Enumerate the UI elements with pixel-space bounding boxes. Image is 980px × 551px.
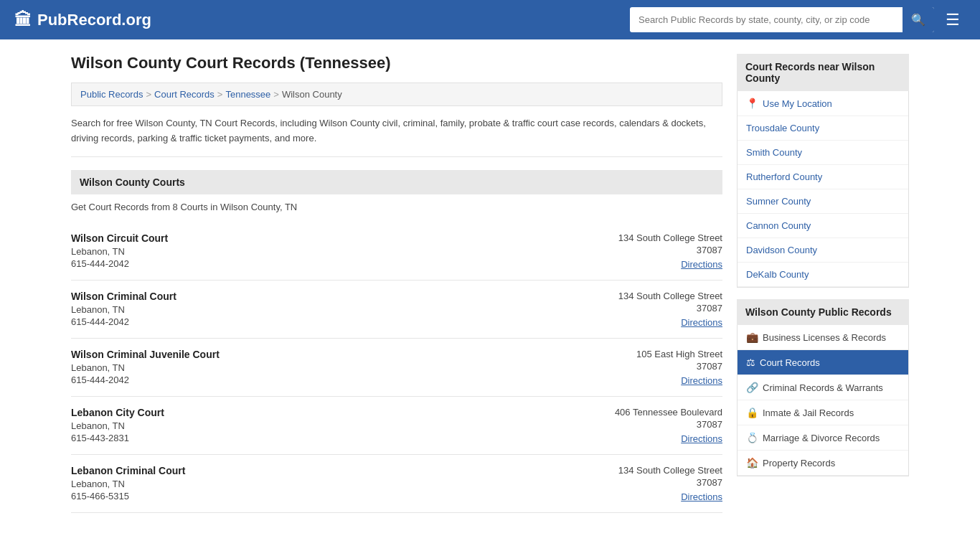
sidebar-public-records-item[interactable]: ⚖ Court Records: [738, 350, 908, 375]
directions-link[interactable]: Directions: [681, 491, 722, 502]
address-zip: 37087: [618, 477, 722, 488]
breadcrumb-sep-3: >: [273, 89, 279, 100]
address-zip: 37087: [615, 419, 722, 430]
breadcrumb: Public Records > Court Records > Tenness…: [71, 83, 722, 106]
sidebar-near-county[interactable]: Smith County: [738, 141, 908, 165]
court-name: Lebanon Criminal Court: [71, 465, 185, 476]
address-zip: 37087: [618, 303, 722, 314]
breadcrumb-public-records[interactable]: Public Records: [80, 89, 143, 100]
address-street: 134 South College Street: [618, 465, 722, 476]
main-container: Wilson County Court Records (Tennessee) …: [60, 39, 920, 527]
logo-text: PubRecord.org: [37, 11, 151, 29]
court-name: Wilson Criminal Juvenile Court: [71, 349, 220, 360]
court-address: 105 East High Street 37087 Directions: [636, 349, 722, 386]
search-button[interactable]: 🔍: [903, 7, 934, 32]
court-entry: Wilson Criminal Court Lebanon, TN 615-44…: [71, 281, 722, 339]
court-location: Lebanon, TN: [71, 420, 164, 431]
breadcrumb-tennessee[interactable]: Tennessee: [225, 89, 270, 100]
court-entry: Lebanon Criminal Court Lebanon, TN 615-4…: [71, 455, 722, 513]
court-name: Wilson Circuit Court: [71, 232, 168, 244]
search-input[interactable]: [630, 9, 903, 31]
use-my-location-label: Use My Location: [763, 98, 832, 109]
header-right: 🔍 ☰: [630, 7, 966, 32]
address-street: 134 South College Street: [618, 291, 722, 301]
directions-link[interactable]: Directions: [681, 317, 722, 328]
sidebar-record-icon: 🔒: [746, 407, 758, 418]
address-street: 134 South College Street: [618, 232, 722, 243]
courts-list: Wilson Circuit Court Lebanon, TN 615-444…: [71, 222, 722, 513]
address-street: 105 East High Street: [636, 349, 722, 359]
court-address: 134 South College Street 37087 Direction…: [618, 465, 722, 502]
site-logo[interactable]: 🏛 PubRecord.org: [14, 10, 151, 30]
court-address: 134 South College Street 37087 Direction…: [618, 232, 722, 270]
sidebar-near-county[interactable]: DeKalb County: [738, 263, 908, 287]
sidebar-near-county[interactable]: Rutherford County: [738, 165, 908, 189]
court-info: Wilson Circuit Court Lebanon, TN 615-444…: [71, 232, 168, 270]
sidebar-near-county[interactable]: Trousdale County: [738, 116, 908, 141]
address-street: 406 Tennessee Boulevard: [615, 407, 722, 418]
page-description: Search for free Wilson County, TN Court …: [71, 116, 722, 157]
court-entry: Wilson Circuit Court Lebanon, TN 615-444…: [71, 222, 722, 281]
breadcrumb-sep-1: >: [146, 89, 151, 100]
court-name: Wilson Criminal Court: [71, 291, 176, 302]
address-zip: 37087: [618, 245, 722, 255]
sidebar-record-label: Marriage & Divorce Records: [763, 433, 880, 443]
sidebar-record-label: Court Records: [760, 357, 820, 368]
sidebar-public-records-item[interactable]: 🔒 Inmate & Jail Records: [738, 400, 908, 425]
sidebar-public-records-item[interactable]: 🏠 Property Records: [738, 451, 908, 476]
court-phone[interactable]: 615-444-2042: [71, 316, 176, 327]
directions-link[interactable]: Directions: [681, 433, 722, 444]
sidebar-near-county[interactable]: Sumner County: [738, 189, 908, 214]
sidebar-public-records-item[interactable]: 🔗 Criminal Records & Warrants: [738, 375, 908, 400]
page-title: Wilson County Court Records (Tennessee): [71, 54, 722, 72]
location-pin-icon: 📍: [746, 98, 758, 109]
breadcrumb-sep-2: >: [217, 89, 223, 100]
court-entry: Wilson Criminal Juvenile Court Lebanon, …: [71, 339, 722, 397]
sidebar-record-icon: 🔗: [746, 382, 758, 393]
content-area: Wilson County Court Records (Tennessee) …: [71, 54, 722, 513]
address-zip: 37087: [636, 361, 722, 372]
sidebar-record-icon: 🏠: [746, 457, 758, 468]
sidebar-public-records-item[interactable]: 💍 Marriage & Divorce Records: [738, 425, 908, 451]
court-location: Lebanon, TN: [71, 362, 220, 373]
sidebar-record-icon: 💍: [746, 432, 758, 443]
court-location: Lebanon, TN: [71, 304, 176, 315]
court-name: Lebanon City Court: [71, 407, 164, 418]
sidebar-record-label: Criminal Records & Warrants: [763, 382, 883, 393]
sidebar-record-label: Business Licenses & Records: [763, 332, 886, 343]
sidebar-public-records-item[interactable]: 💼 Business Licenses & Records: [738, 325, 908, 350]
court-entry: Lebanon City Court Lebanon, TN 615-443-2…: [71, 397, 722, 455]
court-phone[interactable]: 615-466-5315: [71, 491, 185, 501]
sidebar-record-label: Inmate & Jail Records: [763, 408, 854, 418]
court-phone[interactable]: 615-443-2831: [71, 433, 164, 443]
court-location: Lebanon, TN: [71, 479, 185, 489]
directions-link[interactable]: Directions: [681, 259, 722, 270]
sidebar-record-label: Property Records: [763, 458, 835, 468]
logo-icon: 🏛: [14, 10, 32, 30]
breadcrumb-court-records[interactable]: Court Records: [154, 89, 215, 100]
court-info: Lebanon City Court Lebanon, TN 615-443-2…: [71, 407, 164, 444]
sidebar-use-location[interactable]: 📍 Use My Location: [738, 91, 908, 116]
directions-link[interactable]: Directions: [681, 375, 722, 386]
courts-count: Get Court Records from 8 Courts in Wilso…: [71, 202, 722, 212]
site-header: 🏛 PubRecord.org 🔍 ☰: [0, 0, 980, 39]
search-bar: 🔍: [630, 7, 934, 32]
court-phone[interactable]: 615-444-2042: [71, 258, 168, 269]
near-counties-list: Trousdale CountySmith CountyRutherford C…: [738, 116, 908, 287]
courts-section-header: Wilson County Courts: [71, 170, 722, 194]
sidebar: Court Records near Wilson County 📍 Use M…: [737, 54, 909, 513]
sidebar-near-list: 📍 Use My Location Trousdale CountySmith …: [737, 91, 909, 288]
sidebar-near-county[interactable]: Cannon County: [738, 214, 908, 238]
sidebar-record-icon: ⚖: [746, 357, 755, 368]
court-address: 134 South College Street 37087 Direction…: [618, 291, 722, 328]
sidebar-near-county[interactable]: Davidson County: [738, 238, 908, 263]
sidebar-near-title: Court Records near Wilson County: [737, 54, 909, 91]
breadcrumb-wilson-county: Wilson County: [282, 89, 342, 100]
court-info: Lebanon Criminal Court Lebanon, TN 615-4…: [71, 465, 185, 502]
court-info: Wilson Criminal Juvenile Court Lebanon, …: [71, 349, 220, 386]
sidebar-record-icon: 💼: [746, 331, 758, 343]
court-info: Wilson Criminal Court Lebanon, TN 615-44…: [71, 291, 176, 328]
court-location: Lebanon, TN: [71, 246, 168, 257]
court-phone[interactable]: 615-444-2042: [71, 375, 220, 385]
menu-icon[interactable]: ☰: [940, 8, 966, 32]
